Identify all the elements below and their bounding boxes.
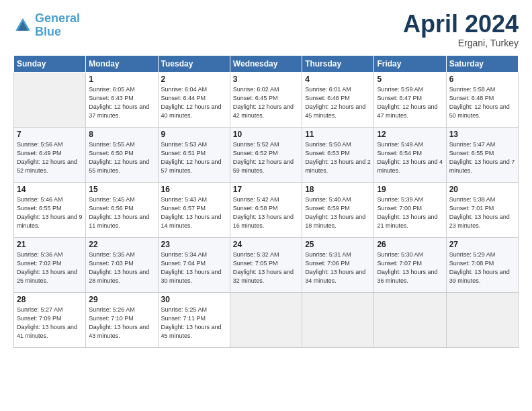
day-number: 22 (89, 240, 154, 249)
cell-w1-d5: 12Sunrise: 5:49 AMSunset: 6:54 PMDayligh… (374, 128, 446, 183)
day-number: 6 (449, 75, 515, 84)
cell-w4-d4 (302, 293, 374, 348)
day-info: Sunrise: 5:47 AMSunset: 6:55 PMDaylight:… (449, 140, 515, 175)
day-info: Sunrise: 5:42 AMSunset: 6:58 PMDaylight:… (233, 195, 299, 230)
col-monday: Monday (86, 56, 158, 73)
day-info: Sunrise: 5:55 AMSunset: 6:50 PMDaylight:… (89, 140, 154, 175)
cell-w1-d4: 11Sunrise: 5:50 AMSunset: 6:53 PMDayligh… (302, 128, 374, 183)
calendar-table: Sunday Monday Tuesday Wednesday Thursday… (13, 55, 519, 348)
day-number: 8 (89, 130, 154, 139)
day-number: 20 (449, 185, 515, 194)
cell-w1-d1: 8Sunrise: 5:55 AMSunset: 6:50 PMDaylight… (86, 128, 158, 183)
day-number: 15 (89, 185, 154, 194)
cell-w4-d2: 30Sunrise: 5:25 AMSunset: 7:11 PMDayligh… (158, 293, 230, 348)
day-number: 23 (161, 240, 227, 249)
day-info: Sunrise: 5:52 AMSunset: 6:52 PMDaylight:… (233, 140, 299, 175)
week-row-2: 14Sunrise: 5:46 AMSunset: 6:55 PMDayligh… (14, 183, 519, 238)
cell-w3-d0: 21Sunrise: 5:36 AMSunset: 7:02 PMDayligh… (14, 238, 86, 293)
day-info: Sunrise: 6:02 AMSunset: 6:45 PMDaylight:… (233, 85, 299, 120)
day-number: 16 (161, 185, 227, 194)
day-info: Sunrise: 5:36 AMSunset: 7:02 PMDaylight:… (17, 250, 83, 285)
day-number: 12 (377, 130, 443, 139)
day-number: 11 (305, 130, 371, 139)
cell-w1-d6: 13Sunrise: 5:47 AMSunset: 6:55 PMDayligh… (446, 128, 518, 183)
day-number: 21 (17, 240, 83, 249)
cell-w4-d3 (230, 293, 302, 348)
logo-text: General Blue (35, 12, 80, 39)
day-number: 9 (161, 130, 227, 139)
day-info: Sunrise: 5:56 AMSunset: 6:49 PMDaylight:… (17, 140, 83, 175)
cell-w3-d6: 27Sunrise: 5:29 AMSunset: 7:08 PMDayligh… (446, 238, 518, 293)
cell-w2-d4: 18Sunrise: 5:40 AMSunset: 6:59 PMDayligh… (302, 183, 374, 238)
cell-w3-d5: 26Sunrise: 5:30 AMSunset: 7:07 PMDayligh… (374, 238, 446, 293)
cell-w3-d2: 23Sunrise: 5:34 AMSunset: 7:04 PMDayligh… (158, 238, 230, 293)
page: General Blue April 2024 Ergani, Turkey S… (0, 0, 532, 411)
day-number: 7 (17, 130, 83, 139)
day-info: Sunrise: 6:05 AMSunset: 6:43 PMDaylight:… (89, 85, 154, 120)
cell-w2-d1: 15Sunrise: 5:45 AMSunset: 6:56 PMDayligh… (86, 183, 158, 238)
cell-w2-d2: 16Sunrise: 5:43 AMSunset: 6:57 PMDayligh… (158, 183, 230, 238)
day-number: 10 (233, 130, 299, 139)
day-number: 26 (377, 240, 443, 249)
cell-w2-d5: 19Sunrise: 5:39 AMSunset: 7:00 PMDayligh… (374, 183, 446, 238)
title-block: April 2024 Ergani, Turkey (403, 12, 519, 48)
cell-w2-d3: 17Sunrise: 5:42 AMSunset: 6:58 PMDayligh… (230, 183, 302, 238)
logo: General Blue (13, 12, 80, 39)
day-info: Sunrise: 5:53 AMSunset: 6:51 PMDaylight:… (161, 140, 227, 175)
day-number: 13 (449, 130, 515, 139)
day-info: Sunrise: 6:04 AMSunset: 6:44 PMDaylight:… (161, 85, 227, 120)
col-tuesday: Tuesday (158, 56, 230, 73)
week-row-4: 28Sunrise: 5:27 AMSunset: 7:09 PMDayligh… (14, 293, 519, 348)
day-info: Sunrise: 5:43 AMSunset: 6:57 PMDaylight:… (161, 195, 227, 230)
day-info: Sunrise: 5:31 AMSunset: 7:06 PMDaylight:… (305, 250, 371, 285)
day-number: 18 (305, 185, 371, 194)
day-info: Sunrise: 5:46 AMSunset: 6:55 PMDaylight:… (17, 195, 83, 230)
day-info: Sunrise: 5:49 AMSunset: 6:54 PMDaylight:… (377, 140, 443, 175)
cell-w1-d2: 9Sunrise: 5:53 AMSunset: 6:51 PMDaylight… (158, 128, 230, 183)
day-number: 2 (161, 75, 227, 84)
cell-w1-d3: 10Sunrise: 5:52 AMSunset: 6:52 PMDayligh… (230, 128, 302, 183)
cell-w0-d0 (14, 73, 86, 128)
col-wednesday: Wednesday (230, 56, 302, 73)
cell-w4-d1: 29Sunrise: 5:26 AMSunset: 7:10 PMDayligh… (86, 293, 158, 348)
day-info: Sunrise: 5:45 AMSunset: 6:56 PMDaylight:… (89, 195, 154, 230)
day-info: Sunrise: 5:35 AMSunset: 7:03 PMDaylight:… (89, 250, 154, 285)
cell-w3-d1: 22Sunrise: 5:35 AMSunset: 7:03 PMDayligh… (86, 238, 158, 293)
day-info: Sunrise: 5:32 AMSunset: 7:05 PMDaylight:… (233, 250, 299, 285)
month-title: April 2024 (403, 12, 519, 36)
day-info: Sunrise: 5:58 AMSunset: 6:48 PMDaylight:… (449, 85, 515, 120)
header: General Blue April 2024 Ergani, Turkey (13, 12, 519, 48)
col-thursday: Thursday (302, 56, 374, 73)
cell-w1-d0: 7Sunrise: 5:56 AMSunset: 6:49 PMDaylight… (14, 128, 86, 183)
day-number: 17 (233, 185, 299, 194)
day-info: Sunrise: 5:27 AMSunset: 7:09 PMDaylight:… (17, 306, 83, 340)
week-row-1: 7Sunrise: 5:56 AMSunset: 6:49 PMDaylight… (14, 128, 519, 183)
cell-w3-d4: 25Sunrise: 5:31 AMSunset: 7:06 PMDayligh… (302, 238, 374, 293)
cell-w3-d3: 24Sunrise: 5:32 AMSunset: 7:05 PMDayligh… (230, 238, 302, 293)
day-info: Sunrise: 5:34 AMSunset: 7:04 PMDaylight:… (161, 250, 227, 285)
cell-w2-d0: 14Sunrise: 5:46 AMSunset: 6:55 PMDayligh… (14, 183, 86, 238)
cell-w2-d6: 20Sunrise: 5:38 AMSunset: 7:01 PMDayligh… (446, 183, 518, 238)
day-number: 5 (377, 75, 443, 84)
day-number: 24 (233, 240, 299, 249)
cell-w0-d2: 2Sunrise: 6:04 AMSunset: 6:44 PMDaylight… (158, 73, 230, 128)
day-number: 29 (89, 295, 154, 304)
header-row: Sunday Monday Tuesday Wednesday Thursday… (14, 56, 519, 73)
day-number: 1 (89, 75, 154, 84)
day-info: Sunrise: 5:40 AMSunset: 6:59 PMDaylight:… (305, 195, 371, 230)
cell-w4-d5 (374, 293, 446, 348)
day-info: Sunrise: 5:59 AMSunset: 6:47 PMDaylight:… (377, 85, 443, 120)
week-row-3: 21Sunrise: 5:36 AMSunset: 7:02 PMDayligh… (14, 238, 519, 293)
cell-w0-d5: 5Sunrise: 5:59 AMSunset: 6:47 PMDaylight… (374, 73, 446, 128)
cell-w0-d6: 6Sunrise: 5:58 AMSunset: 6:48 PMDaylight… (446, 73, 518, 128)
cell-w0-d3: 3Sunrise: 6:02 AMSunset: 6:45 PMDaylight… (230, 73, 302, 128)
day-number: 27 (449, 240, 515, 249)
cell-w4-d6 (446, 293, 518, 348)
week-row-0: 1Sunrise: 6:05 AMSunset: 6:43 PMDaylight… (14, 73, 519, 128)
day-number: 25 (305, 240, 371, 249)
day-info: Sunrise: 5:25 AMSunset: 7:11 PMDaylight:… (161, 306, 227, 340)
day-number: 4 (305, 75, 371, 84)
day-number: 3 (233, 75, 299, 84)
cell-w0-d4: 4Sunrise: 6:01 AMSunset: 6:46 PMDaylight… (302, 73, 374, 128)
col-saturday: Saturday (446, 56, 518, 73)
